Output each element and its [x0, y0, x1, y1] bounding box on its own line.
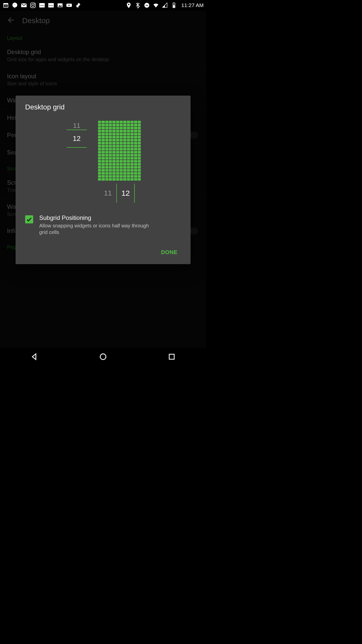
- gmail-icon: [21, 2, 27, 9]
- photos-icon: [57, 2, 63, 9]
- location-icon: [125, 2, 132, 9]
- rows-prev-value: 11: [73, 122, 80, 130]
- done-button[interactable]: DONE: [157, 247, 181, 258]
- dnd-icon: [144, 2, 150, 9]
- cols-prev-value: 11: [104, 189, 112, 197]
- nav-recents-icon[interactable]: [167, 352, 176, 362]
- signal-icon: [162, 2, 168, 9]
- svg-text:70: 70: [173, 4, 175, 6]
- navigation-bar: [0, 348, 206, 366]
- wifi-icon: [153, 2, 159, 9]
- status-time: 11:27 AM: [181, 2, 204, 8]
- hangouts-icon: ": [12, 2, 18, 9]
- youtube-icon: [66, 2, 72, 9]
- svg-point-8: [34, 4, 35, 4]
- subgrid-subtitle: Allow snapping widgets or icons half way…: [39, 222, 155, 235]
- subgrid-title: Subgrid Positioning: [39, 214, 155, 221]
- picker-divider: [67, 130, 87, 130]
- status-bar: 31 " ebay ebay 70 11:27 AM: [0, 0, 206, 11]
- battery-icon: 70: [171, 2, 177, 9]
- calendar-icon: 31: [3, 2, 9, 9]
- grid-preview: [98, 121, 141, 181]
- nav-back-icon[interactable]: [30, 352, 39, 362]
- nav-home-icon[interactable]: [99, 352, 107, 362]
- picker-divider: [67, 147, 87, 148]
- bluetooth-icon: [134, 2, 141, 9]
- picker-divider: [134, 184, 135, 203]
- svg-point-18: [128, 4, 129, 5]
- desktop-grid-dialog: Desktop grid 11 12 11 12 Subgrid Positio…: [16, 96, 191, 264]
- svg-rect-27: [169, 354, 174, 359]
- svg-rect-22: [173, 3, 174, 3]
- ebay-icon: ebay: [39, 2, 45, 9]
- svg-text:ebay: ebay: [40, 4, 44, 7]
- svg-point-26: [100, 354, 106, 360]
- cols-picker[interactable]: 11 12: [104, 184, 135, 203]
- svg-point-7: [32, 4, 34, 7]
- cols-current-value: 12: [121, 189, 130, 197]
- settings-icon: [75, 2, 81, 9]
- rows-current-value: 12: [73, 135, 80, 143]
- svg-text:": ": [14, 4, 15, 6]
- rows-picker[interactable]: 11 12: [65, 122, 88, 148]
- dialog-title: Desktop grid: [25, 103, 181, 111]
- ebay-icon-2: ebay: [48, 2, 54, 9]
- svg-rect-20: [146, 5, 148, 6]
- subgrid-checkbox[interactable]: [25, 215, 33, 223]
- svg-text:31: 31: [5, 4, 7, 7]
- instagram-icon: [30, 2, 36, 9]
- svg-text:ebay: ebay: [49, 4, 53, 7]
- svg-marker-25: [32, 354, 36, 360]
- picker-divider: [116, 184, 117, 203]
